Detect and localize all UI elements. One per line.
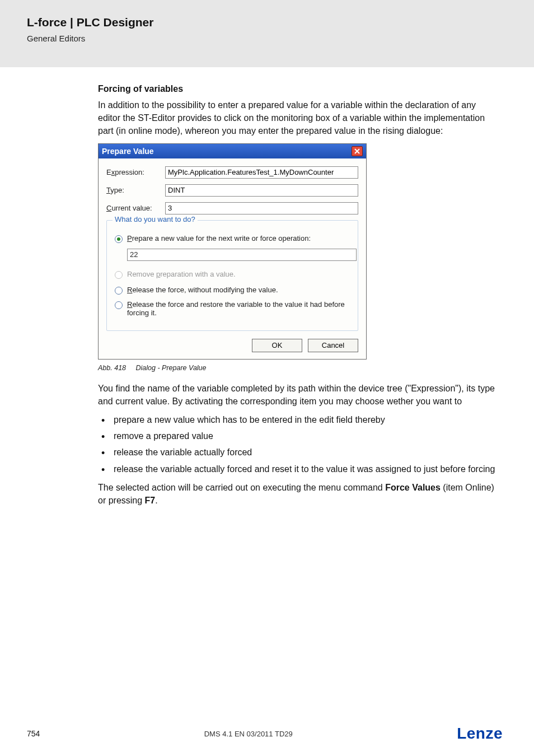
caption-number: Abb. 418	[98, 364, 126, 372]
list-item: prepare a new value which has to be ente…	[98, 413, 500, 426]
intro-paragraph: In addition to the possibility to enter …	[98, 99, 500, 138]
para3-end: .	[155, 496, 157, 505]
cancel-button[interactable]: Cancel	[308, 339, 358, 352]
ok-button[interactable]: OK	[252, 339, 302, 352]
dialog-title-text: Prepare Value	[102, 147, 154, 156]
radio-remove-label: Remove preparation with a value.	[127, 270, 236, 278]
force-values-cmd: Force Values	[385, 483, 441, 492]
figure-caption: Abb. 418 Dialog - Prepare Value	[98, 364, 500, 372]
row-expression: Expression:	[106, 166, 358, 179]
list-item: release the variable actually forced and…	[98, 463, 500, 475]
close-icon[interactable]	[352, 146, 363, 156]
dialog-body: Expression: Type: Current value: What do…	[99, 158, 366, 359]
page-footer: 754 DMS 4.1 EN 03/2011 TD29 Lenze	[0, 725, 534, 743]
para-action: The selected action will be carried out …	[98, 481, 500, 507]
dialog-buttons: OK Cancel	[106, 339, 358, 352]
lenze-logo: Lenze	[457, 725, 503, 743]
page-content: Forcing of variables In addition to the …	[0, 67, 534, 507]
radio-release[interactable]: Release the force, without modifying the…	[115, 286, 350, 295]
radio-icon	[115, 301, 123, 309]
page-number: 754	[27, 729, 40, 738]
row-type: Type:	[106, 184, 358, 197]
bullet-list: prepare a new value which has to be ente…	[98, 413, 500, 475]
product-title: L-force | PLC Designer	[27, 16, 534, 29]
label-expression: Expression:	[106, 168, 165, 176]
page-header: L-force | PLC Designer General Editors	[0, 0, 534, 67]
label-type: Type:	[106, 186, 165, 194]
radio-prepare-label: Prepare a new value for the next write o…	[127, 234, 311, 242]
radio-icon	[115, 271, 123, 279]
radio-restore[interactable]: Release the force and restore the variab…	[115, 300, 350, 317]
list-item: release the variable actually forced	[98, 446, 500, 459]
radio-prepare[interactable]: Prepare a new value for the next write o…	[115, 234, 350, 243]
expression-field[interactable]	[165, 166, 358, 179]
caption-text: Dialog - Prepare Value	[136, 364, 207, 372]
row-current: Current value:	[106, 202, 358, 214]
f7-key: F7	[145, 496, 156, 505]
radio-icon	[115, 287, 123, 295]
radio-restore-label: Release the force and restore the variab…	[127, 300, 350, 317]
label-current: Current value:	[106, 204, 165, 212]
para3-pre: The selected action will be carried out …	[98, 483, 385, 492]
list-item: remove a prepared value	[98, 430, 500, 442]
heading-forcing: Forcing of variables	[98, 84, 500, 94]
para-explain: You find the name of the variable comple…	[98, 382, 500, 408]
radio-remove: Remove preparation with a value.	[115, 270, 350, 279]
groupbox-options: What do you want to do? Prepare a new va…	[106, 220, 358, 331]
dialog-titlebar: Prepare Value	[99, 144, 366, 158]
section-name: General Editors	[27, 34, 534, 43]
document-id: DMS 4.1 EN 03/2011 TD29	[204, 730, 293, 738]
type-field[interactable]	[165, 184, 358, 197]
radio-release-label: Release the force, without modifying the…	[127, 286, 278, 294]
prepare-value-dialog: Prepare Value Expression: Type: Current …	[98, 143, 367, 360]
current-value-field[interactable]	[165, 202, 358, 214]
groupbox-legend: What do you want to do?	[113, 215, 198, 223]
prepare-value-input[interactable]	[127, 249, 357, 261]
radio-icon	[115, 235, 123, 243]
